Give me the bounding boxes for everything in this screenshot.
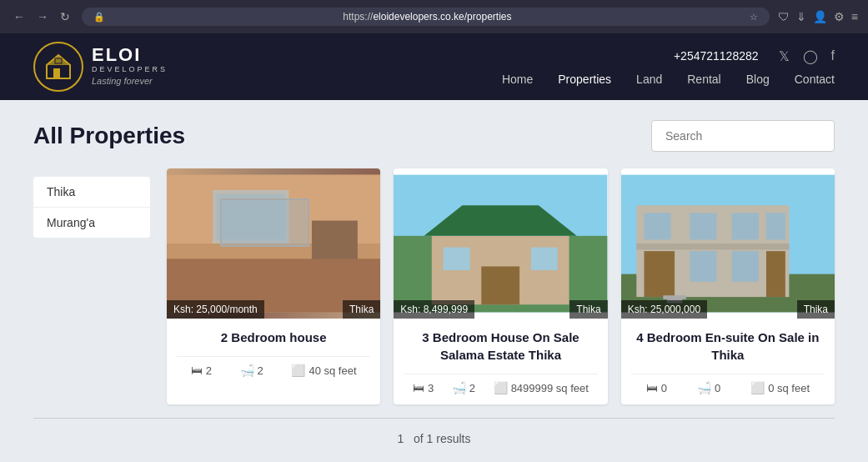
nav-land[interactable]: Land	[636, 73, 662, 86]
property-features-2: 🛏 3 🛁 2 ⬜ 8499999 sq feet	[404, 374, 597, 394]
svg-rect-16	[531, 248, 558, 270]
property-card-3: Ksh: 25,000,000 Thika 4 Bedroom En-suite…	[621, 168, 835, 404]
property-card-1: Ksh: 25,000/month Thika 2 Bedroom house …	[167, 168, 380, 404]
download-icon[interactable]: ⇓	[796, 10, 806, 23]
facebook-icon[interactable]: f	[831, 48, 835, 64]
property-location-2: Thika	[569, 300, 607, 319]
nav-blog[interactable]: Blog	[746, 73, 770, 86]
beds-count-3: 0	[661, 382, 667, 394]
nav-contact[interactable]: Contact	[795, 73, 835, 86]
shield-icon[interactable]: 🛡	[778, 10, 790, 23]
svg-rect-6	[213, 190, 289, 244]
properties-grid: Ksh: 25,000/month Thika 2 Bedroom house …	[167, 168, 835, 404]
feature-beds-2: 🛏 3	[413, 381, 434, 394]
baths-count-3: 0	[715, 382, 720, 394]
sqft-1: 40 sq feet	[309, 364, 356, 377]
sidebar-item-thika[interactable]: Thika	[33, 177, 150, 208]
pagination: 1 of 1 results	[33, 418, 835, 459]
sidebar: Thika Murang'a	[33, 177, 150, 404]
property-location-1: Thika	[343, 300, 380, 319]
brand-name: ELOI	[92, 46, 168, 64]
baths-count-2: 2	[469, 382, 475, 394]
url-display: https://eloidevelopers.co.ke/properties	[112, 11, 743, 23]
logo-icon	[33, 42, 83, 92]
property-info-2: 3 Bedroom House On Sale Salama Estate Th…	[394, 319, 607, 404]
property-features-3: 🛏 0 🛁 0 ⬜ 0 sq feet	[631, 374, 825, 394]
property-image-2: Ksh: 8,499,999 Thika	[394, 168, 607, 319]
property-image-3: Ksh: 25,000,000 Thika	[621, 168, 835, 319]
svg-rect-27	[766, 213, 785, 239]
sqft-3: 0 sq feet	[768, 382, 810, 394]
logo-text: ELOI DEVELOPERS Lasting forever	[92, 46, 168, 88]
content-row: Thika Murang'a	[33, 168, 835, 404]
back-button[interactable]: ←	[10, 8, 28, 25]
bath-icon-2: 🛁	[452, 381, 466, 394]
tagline: Lasting forever	[92, 75, 168, 88]
feature-beds-3: 🛏 0	[646, 381, 667, 394]
area-icon-2: ⬜	[494, 381, 508, 394]
page-header: All Properties	[33, 120, 835, 152]
property-price-3: Ksh: 25,000,000	[621, 300, 707, 319]
svg-rect-14	[482, 266, 520, 304]
social-icons: 𝕏 ◯ f	[779, 48, 835, 64]
feature-beds-1: 🛏 2	[191, 364, 212, 377]
pagination-current: 1	[398, 432, 404, 445]
property-info-1: 2 Bedroom house 🛏 2 🛁 2 ⬜ 40 sq feet	[167, 319, 380, 387]
svg-rect-22	[731, 251, 758, 282]
feature-sqft-1: ⬜ 40 sq feet	[291, 364, 356, 377]
nav-home[interactable]: Home	[502, 73, 533, 86]
property-title-3: 4 Bedroom En-suite On Sale in Thika	[631, 329, 825, 364]
bed-icon-3: 🛏	[646, 381, 658, 394]
sidebar-item-muranga[interactable]: Murang'a	[33, 208, 150, 238]
property-title-2: 3 Bedroom House On Sale Salama Estate Th…	[404, 329, 597, 364]
brand-sub: DEVELOPERS	[92, 64, 168, 75]
bookmark-icon[interactable]: ☆	[750, 12, 758, 23]
refresh-button[interactable]: ↻	[57, 8, 73, 25]
svg-rect-7	[217, 193, 285, 239]
svg-rect-24	[644, 213, 670, 239]
feature-baths-2: 🛁 2	[452, 381, 475, 394]
feature-sqft-3: ⬜ 0 sq feet	[750, 381, 810, 394]
main-nav: Home Properties Land Rental Blog Contact	[502, 73, 835, 86]
property-price-1: Ksh: 25,000/month	[167, 300, 264, 319]
svg-rect-25	[690, 213, 716, 239]
browser-actions: 🛡 ⇓ 👤 ⚙ ≡	[778, 10, 858, 23]
menu-icon[interactable]: ≡	[851, 10, 858, 23]
url-path: /properties	[464, 11, 512, 23]
page-content: All Properties Thika Murang'a	[0, 100, 868, 462]
profile-icon[interactable]: 👤	[813, 10, 827, 23]
forward-button[interactable]: →	[33, 8, 52, 25]
svg-rect-28	[636, 244, 789, 249]
site-header: ELOI DEVELOPERS Lasting forever +2547211…	[0, 33, 868, 100]
url-domain: eloidevelopers.co.ke	[373, 11, 464, 23]
baths-count-1: 2	[258, 364, 263, 377]
svg-rect-26	[731, 213, 758, 239]
property-image-1: Ksh: 25,000/month Thika	[167, 168, 380, 319]
phone-number: +254721128282	[674, 49, 759, 63]
beds-count-1: 2	[206, 364, 212, 377]
nav-properties[interactable]: Properties	[558, 73, 611, 86]
bed-icon-1: 🛏	[191, 364, 203, 377]
feature-sqft-2: ⬜ 8499999 sq feet	[494, 381, 589, 394]
property-card-2: Ksh: 8,499,999 Thika 3 Bedroom House On …	[394, 168, 607, 404]
twitter-icon[interactable]: 𝕏	[779, 48, 790, 64]
bath-icon-1: 🛁	[240, 364, 254, 377]
browser-nav-buttons: ← → ↻	[10, 8, 73, 25]
property-features-1: 🛏 2 🛁 2 ⬜ 40 sq feet	[177, 356, 370, 377]
instagram-icon[interactable]: ◯	[803, 48, 818, 64]
svg-rect-1	[53, 68, 60, 78]
property-info-3: 4 Bedroom En-suite On Sale in Thika 🛏 0 …	[621, 319, 835, 404]
svg-rect-20	[644, 251, 675, 297]
pagination-label: of 1 results	[414, 432, 470, 445]
bed-icon-2: 🛏	[413, 381, 424, 394]
search-input[interactable]	[651, 120, 835, 152]
nav-rental[interactable]: Rental	[687, 73, 720, 86]
browser-chrome: ← → ↻ 🔒 https://eloidevelopers.co.ke/pro…	[0, 0, 868, 33]
logo-area: ELOI DEVELOPERS Lasting forever	[33, 42, 168, 92]
svg-rect-15	[444, 248, 470, 270]
sqft-2: 8499999 sq feet	[511, 382, 589, 394]
property-location-3: Thika	[797, 300, 835, 319]
beds-count-2: 3	[428, 382, 434, 394]
extensions-icon[interactable]: ⚙	[834, 10, 845, 23]
address-bar[interactable]: 🔒 https://eloidevelopers.co.ke/propertie…	[82, 8, 770, 26]
